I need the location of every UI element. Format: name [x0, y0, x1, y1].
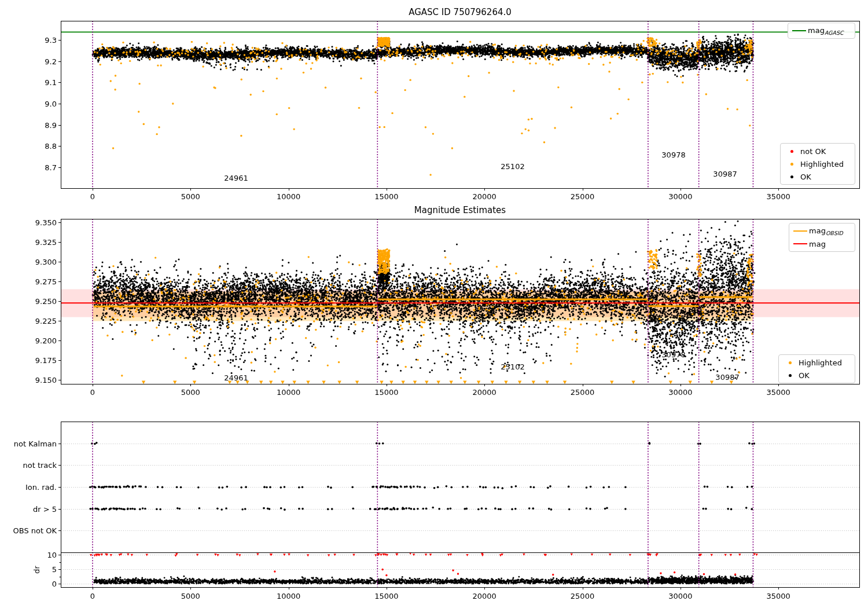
- legend-label: mag: [809, 240, 826, 248]
- y-tick-label: 9.200: [35, 336, 57, 344]
- category-label: not Kalman: [14, 439, 57, 447]
- x-tick-label: 25000: [571, 592, 594, 600]
- annotation-obsid: 25102: [501, 163, 524, 170]
- legend-label: OK: [800, 173, 811, 181]
- x-tick-label: 15000: [374, 592, 398, 600]
- legend-entry: OK: [781, 369, 850, 382]
- legend-label-main: mag: [809, 226, 826, 235]
- category-label: dr > 5: [33, 505, 57, 512]
- x-tick-label: 5000: [181, 389, 200, 396]
- legend: magOBSIDmag: [789, 223, 855, 252]
- x-tick-label: 20000: [473, 592, 496, 600]
- annotation-obsid: 24961: [224, 174, 248, 182]
- x-tick-label: 35000: [766, 389, 790, 396]
- x-tick-label: 35000: [766, 592, 790, 600]
- legend-dot-swatch: [783, 163, 800, 166]
- y-tick-label: 10: [47, 551, 57, 559]
- x-tick-label: 35000: [766, 193, 790, 200]
- legend: magAGASC: [788, 23, 855, 39]
- y-tick-label: 9.225: [35, 317, 57, 324]
- legend-label: magOBSID: [809, 226, 843, 236]
- line-swatch-icon: [793, 230, 807, 232]
- dot-swatch-icon: [790, 175, 793, 178]
- y-tick-label: 9.275: [35, 277, 57, 285]
- x-tick-label: 0: [90, 389, 95, 396]
- annotation-obsid: 30987: [715, 373, 739, 381]
- legend-dot-swatch: [783, 150, 800, 153]
- dot-swatch-icon: [789, 361, 792, 364]
- legend-label: OK: [799, 371, 810, 380]
- y-tick-label: 0: [52, 580, 57, 588]
- x-tick-label: 15000: [374, 193, 398, 200]
- x-tick-label: 5000: [181, 592, 200, 600]
- legend-dot-swatch: [783, 175, 800, 178]
- annotation-obsid: 30978: [661, 151, 685, 159]
- annotation-obsid: 30987: [713, 170, 737, 178]
- x-tick-label: 10000: [277, 592, 300, 600]
- line-swatch-icon: [793, 243, 807, 244]
- legend-entry: magAGASC: [790, 24, 850, 37]
- annotation-obsid: 25102: [501, 363, 524, 371]
- category-label: not track: [23, 462, 57, 469]
- legend: not OKHighlightedOK: [780, 143, 855, 185]
- x-tick-label: 0: [90, 592, 95, 600]
- figure: AGASC ID 750796264.005000100001500020000…: [0, 0, 868, 608]
- legend-dot-swatch: [781, 374, 799, 377]
- y-tick-label: 9.0: [45, 100, 57, 108]
- y-tick-label: 9.2: [45, 57, 57, 65]
- y-tick-label: 9.300: [35, 258, 57, 265]
- x-tick-label: 25000: [571, 389, 594, 396]
- y-tick-label: 8.9: [45, 121, 57, 129]
- y-tick-label: 9.350: [35, 219, 57, 226]
- x-tick-label: 25000: [571, 193, 594, 200]
- legend-entry: Highlighted: [781, 356, 850, 369]
- x-tick-label: 0: [90, 193, 95, 200]
- text-layer: AGASC ID 750796264.005000100001500020000…: [0, 0, 868, 608]
- y-tick-label: 9.175: [35, 356, 57, 364]
- panel-title: Magnitude Estimates: [414, 206, 506, 215]
- dot-swatch-icon: [790, 150, 793, 153]
- x-tick-label: 20000: [473, 193, 496, 200]
- legend-label-main: not OK: [800, 147, 826, 156]
- dot-swatch-icon: [790, 163, 793, 166]
- legend-label-main: Highlighted: [800, 160, 844, 169]
- y-tick-label: 9.250: [35, 297, 57, 305]
- annotation-obsid: 30978: [661, 350, 685, 358]
- x-tick-label: 15000: [374, 389, 398, 396]
- legend-label: Highlighted: [799, 358, 842, 367]
- legend-entry: mag: [792, 237, 850, 250]
- legend-entry: Highlighted: [783, 158, 850, 170]
- legend-entry: not OK: [783, 145, 850, 158]
- x-tick-label: 20000: [473, 389, 496, 396]
- y-tick-label: 9.3: [45, 36, 57, 44]
- legend-entry: magOBSID: [792, 225, 850, 237]
- x-tick-label: 5000: [181, 193, 200, 200]
- panel-title: AGASC ID 750796264.0: [409, 8, 512, 17]
- x-tick-label: 10000: [277, 193, 300, 200]
- legend-line-swatch: [790, 30, 808, 31]
- legend-line-swatch: [792, 230, 809, 232]
- y-tick-label: 8.8: [45, 142, 57, 150]
- y-tick-label: 5: [52, 566, 57, 573]
- legend-label-main: OK: [800, 173, 811, 181]
- legend-label-main: Highlighted: [799, 358, 842, 367]
- legend-label-main: mag: [809, 240, 826, 248]
- category-label: Ion. rad.: [25, 484, 57, 491]
- legend-entry: OK: [783, 170, 850, 183]
- legend-label-sub: AGASC: [825, 30, 844, 36]
- dot-swatch-icon: [789, 374, 792, 377]
- x-tick-label: 30000: [668, 389, 692, 396]
- dr-axis-label: dr: [33, 566, 41, 574]
- x-tick-label: 10000: [277, 389, 300, 396]
- y-tick-label: 9.325: [35, 239, 57, 246]
- line-swatch-icon: [792, 30, 806, 31]
- legend-dot-swatch: [781, 361, 799, 364]
- annotation-obsid: 24961: [224, 374, 248, 382]
- legend-label: not OK: [800, 147, 826, 156]
- legend-label-main: mag: [808, 26, 825, 35]
- legend-label-sub: OBSID: [826, 230, 843, 236]
- legend-label-main: OK: [799, 371, 810, 380]
- legend-label: magAGASC: [808, 26, 844, 36]
- y-tick-label: 9.150: [35, 376, 57, 383]
- legend-label: Highlighted: [800, 160, 844, 169]
